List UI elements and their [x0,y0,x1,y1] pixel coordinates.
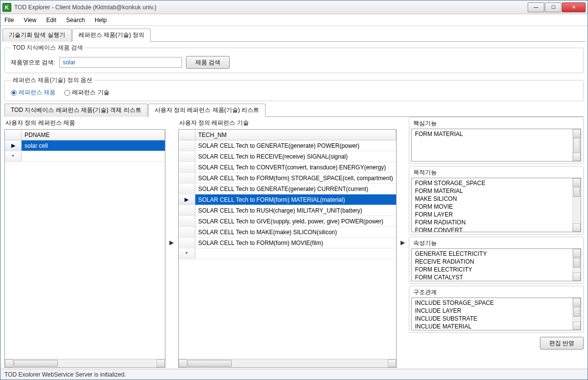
radio-reference-tech-label: 레퍼런스 기술 [72,88,109,97]
menubar: File View Edit Search Help [0,14,588,26]
table-row[interactable]: SOLAR CELL Tech to MAKE(make) SILICON(si… [179,227,396,238]
arrow-divider: ▶ [167,117,176,368]
list-item[interactable]: INCLUDE MATERIAL [415,323,578,330]
list-item[interactable]: GENERATE ELECTRICITY [415,250,578,258]
row-marker [179,184,195,194]
product-grid-header: PDNAME [5,130,165,140]
row-marker: ▶ [179,194,195,205]
attr-listbox[interactable]: GENERATE ELECTRICITYRECEIVE RADIATIONFOR… [411,248,581,281]
list-item[interactable]: FORM CONVERT [415,226,578,232]
v-scrollbar[interactable] [572,129,581,161]
table-row[interactable]: SOLAR CELL Tech to FORM(form) MOVIE(film… [179,238,396,248]
menu-help[interactable]: Help [95,17,107,24]
tab-opportunity-explorer[interactable]: 기술기회 탐색 실행기 [2,28,72,42]
cell-technm: SOLAR CELL Tech to GIVE(supply, yield, p… [195,216,396,226]
table-new-row[interactable]: * [5,151,165,162]
menu-view[interactable]: View [24,17,36,24]
list-item[interactable]: INCLUDE STORAGE_SPACE [415,299,578,307]
menu-file[interactable]: File [4,17,14,24]
row-marker [179,151,195,162]
v-scrollbar[interactable] [572,249,581,281]
table-row[interactable]: SOLAR CELL Tech to GIVE(supply, yield, p… [179,216,396,227]
list-item[interactable]: FORM MATERIAL [415,187,578,195]
apply-button[interactable]: 편집 반영 [540,337,584,350]
tab-reference-definition[interactable]: 레퍼런스 제품(기술) 정의 [72,28,151,42]
chevron-right-icon: ▶ [169,239,174,246]
list-item[interactable]: FORM ELECTRICITY [415,266,578,273]
table-row[interactable]: SOLAR CELL Tech to GENERATE(generate) CU… [179,184,396,194]
radio-row: 레퍼런스 제품 레퍼런스 기술 [11,88,577,97]
search-button[interactable]: 제품 검색 [186,56,230,69]
h-scrollbar[interactable] [5,359,165,367]
row-marker [179,140,195,151]
app-window: K TOD Explorer - Client Module (Kktmlab@… [0,0,588,380]
list-item[interactable]: INCLUDE SUBSTRATE [415,315,578,323]
tab-tod-list[interactable]: TOD 지식베이스 레퍼런스 제품(기술) 객체 리스트 [4,104,148,117]
detail-panel: 핵심기능 FORM MATERIAL 목적기능 FORM STORAGE_SPA… [409,117,584,368]
col-technm[interactable]: TECH_NM [195,130,396,140]
menu-search[interactable]: Search [66,17,85,24]
list-item[interactable]: FORM MATERIAL [415,130,578,138]
search-input[interactable] [59,57,182,68]
row-marker [179,216,195,226]
product-panel-title: 사용자 정의 레퍼런스 제품 [4,117,165,129]
arrow-divider: ▶ [399,117,407,368]
col-pdname[interactable]: PDNAME [22,130,165,140]
list-item[interactable]: FORM LAYER [415,211,578,218]
cell-technm: SOLAR CELL Tech to GENERATE(generate) CU… [195,184,396,194]
purpose-listbox[interactable]: FORM STORAGE_SPACEFORM MATERIALMAKE SILI… [411,178,581,232]
table-row[interactable]: ▶SOLAR CELL Tech to FORM(form) MATERIAL(… [179,194,396,205]
table-row[interactable]: SOLAR CELL Tech to RUSH(charge) MILITARY… [179,205,396,216]
tab-user-list[interactable]: 사용자 정의 레퍼런스 제품(기술) 리스트 [148,104,266,117]
row-marker [179,162,195,172]
struct-listbox[interactable]: INCLUDE STORAGE_SPACEINCLUDE LAYERINCLUD… [411,298,581,330]
radio-icon [64,90,70,96]
table-row[interactable]: SOLAR CELL Tech to CONVERT(convert, tran… [179,162,396,173]
radio-reference-product[interactable]: 레퍼런스 제품 [11,88,55,97]
chevron-right-icon: ▶ [401,239,405,246]
h-scrollbar[interactable] [179,359,396,367]
cell-technm: SOLAR CELL Tech to FORM(form) MATERIAL(m… [195,194,396,205]
tab-content: TOD 지식베이스 제품 검색 제품명으로 검색: 제품 검색 레퍼런스 제품(… [0,42,588,369]
cell-empty [22,151,165,162]
row-marker: ▶ [5,140,22,151]
table-row[interactable]: SOLAR CELL Tech to FORM(form) STORAGE_SP… [179,173,396,184]
close-button[interactable]: ✕ [562,2,586,12]
tech-panel: 사용자 정의 레퍼런스 기술 TECH_NM SOLAR CELL Tech t… [178,117,397,368]
v-scrollbar[interactable] [572,298,581,330]
v-scrollbar[interactable] [572,178,581,232]
attr-title: 속성기능 [409,237,583,248]
table-row[interactable]: SOLAR CELL Tech to GENERATE(generate) PO… [179,140,396,151]
list-item[interactable]: MAKE SILICON [415,195,578,203]
list-item[interactable]: INCLUDE LAYER [415,307,578,315]
attr-box: 속성기능 GENERATE ELECTRICITYRECEIVE RADIATI… [409,237,584,284]
table-row[interactable]: ▶solar cell [5,140,165,151]
list-item[interactable]: FORM MOVIE [415,203,578,211]
minimize-button[interactable]: — [528,2,544,12]
radio-reference-product-label: 레퍼런스 제품 [19,88,55,97]
cell-technm: SOLAR CELL Tech to FORM(form) MOVIE(film… [195,238,396,248]
row-marker [179,205,195,216]
list-item[interactable]: RECEIVE RADIATION [415,258,578,266]
core-box: 핵심기능 FORM MATERIAL [409,117,584,164]
radio-reference-tech[interactable]: 레퍼런스 기술 [64,88,109,97]
list-item[interactable]: FORM CATALYST [415,273,578,281]
radio-icon [11,90,17,96]
maximize-button[interactable]: ☐ [545,2,561,12]
product-panel: 사용자 정의 레퍼런스 제품 PDNAME ▶solar cell* [4,117,165,368]
new-row-marker: * [179,248,195,259]
list-item[interactable]: FORM STORAGE_SPACE [415,179,578,187]
row-marker [179,238,195,248]
menu-edit[interactable]: Edit [46,17,56,24]
core-listbox[interactable]: FORM MATERIAL [411,129,581,162]
app-icon: K [2,3,11,12]
cell-technm: SOLAR CELL Tech to GENERATE(generate) PO… [195,140,396,151]
apply-row: 편집 반영 [409,335,584,351]
table-row[interactable]: SOLAR CELL Tech to RECEIVE(receive) SIGN… [179,151,396,162]
core-title: 핵심기능 [409,117,583,129]
outer-tab-area: 기술기회 탐색 실행기 레퍼런스 제품(기술) 정의 [0,26,588,42]
search-legend: TOD 지식베이스 제품 검색 [11,44,85,52]
window-title: TOD Explorer - Client Module (Kktmlab@ko… [14,4,527,11]
table-new-row[interactable]: * [179,248,396,259]
list-item[interactable]: FORM RADIATION [415,218,578,226]
